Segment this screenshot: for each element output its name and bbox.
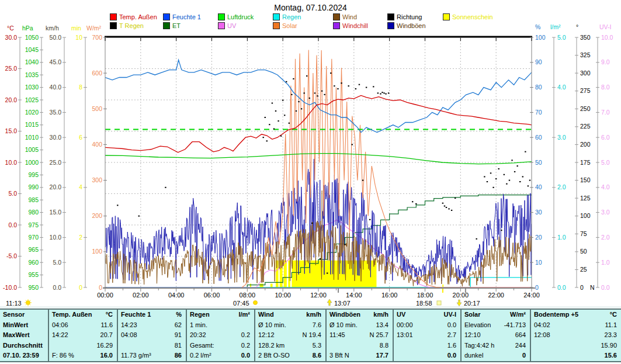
cell-value: 2.7: [447, 330, 460, 341]
series-richtung: [117, 72, 530, 273]
column-unit: W/m²: [510, 310, 530, 320]
svg-text:960: 960: [28, 259, 39, 266]
svg-text:10.0: 10.0: [601, 34, 613, 41]
marker-20-17: 20:17: [457, 300, 480, 307]
grid-lines: [105, 37, 532, 287]
svg-text:75: 75: [580, 230, 587, 237]
svg-text:min: min: [71, 25, 81, 32]
svg-text:07:45: 07:45: [233, 300, 249, 307]
svg-text:°: °: [576, 23, 578, 30]
svg-text:100: 100: [535, 34, 546, 41]
column-name: Wind: [255, 310, 274, 320]
svg-text:35.0: 35.0: [50, 109, 62, 116]
svg-text:06:00: 06:00: [204, 292, 220, 299]
svg-text:100: 100: [580, 212, 591, 219]
svg-text:400: 400: [92, 141, 102, 148]
svg-text:-10.0: -10.0: [3, 284, 17, 291]
marker-18-58: 18:58: [416, 300, 441, 307]
svg-text:12:00: 12:00: [310, 292, 327, 299]
svg-text:1015: 1015: [25, 121, 39, 128]
column-unit: %: [176, 310, 186, 320]
row-header: MaxWert: [0, 330, 30, 341]
cell-value: 13.4: [376, 320, 393, 331]
cell-label: 14:23: [118, 320, 137, 331]
cell-label: [327, 341, 329, 351]
svg-text:km/h: km/h: [46, 25, 59, 32]
svg-text:10: 10: [535, 259, 542, 266]
svg-text:0.0: 0.0: [601, 284, 610, 291]
svg-text:200: 200: [580, 141, 591, 148]
time-markers: 11:1307:4513:0718:5820:17: [6, 299, 480, 307]
cell-value: 16.0: [100, 351, 117, 361]
table-col-feuchte-1: Feuchte 1%14:236204:08918111.73 g/m³86: [117, 310, 186, 361]
cell-label: 11:45: [327, 330, 345, 341]
svg-text:500: 500: [92, 105, 102, 112]
cell-label: F: 86 %: [49, 351, 74, 361]
svg-text:20.0: 20.0: [50, 183, 62, 190]
cell-label: [118, 341, 121, 351]
axis-temp: -10.0-5.00.05.010.015.020.025.030.0°C: [3, 25, 22, 291]
svg-text:W/m²: W/m²: [86, 25, 102, 32]
svg-text:08:00: 08:00: [240, 292, 256, 299]
column-unit: UV-I: [444, 310, 460, 320]
cell-label: 04:02: [531, 320, 550, 331]
table-col-windb-en: Windböenkm/hØ 10 min.13.411:45N 25.78.83…: [325, 310, 393, 361]
cell-value: 5.3: [313, 341, 325, 351]
svg-text:1010: 1010: [25, 134, 39, 141]
svg-text:325: 325: [580, 51, 591, 58]
axis-deg: 0N25507510012515017520022525027530032535…: [575, 23, 595, 291]
cell-label: Gesamt:: [187, 341, 214, 351]
svg-text:10.0: 10.0: [50, 234, 62, 241]
svg-text:2.0: 2.0: [557, 183, 566, 190]
axis-kmh: 0.05.010.015.020.025.030.035.040.045.050…: [46, 25, 66, 291]
svg-text:UV-I: UV-I: [599, 23, 611, 30]
svg-text:1030: 1030: [25, 84, 39, 91]
svg-text:14:00: 14:00: [346, 292, 362, 299]
svg-text:4: 4: [79, 183, 82, 190]
svg-text:00:00: 00:00: [97, 292, 113, 299]
svg-text:0: 0: [535, 284, 539, 291]
svg-text:45.0: 45.0: [50, 58, 62, 65]
cell-value: 11.1: [605, 320, 621, 331]
svg-text:8.0: 8.0: [601, 84, 610, 91]
svg-text:950: 950: [28, 284, 39, 291]
marker-11-13: 11:13: [6, 299, 32, 307]
cell-value: 0: [522, 351, 530, 361]
column-name: Feuchte 1: [118, 310, 151, 320]
sensor-summary-table: SensorMinWertMaxWertDurchschnitt07.10. 2…: [0, 308, 621, 362]
svg-text:16:00: 16:00: [381, 292, 398, 299]
svg-text:985: 985: [28, 196, 39, 203]
svg-text:5.0: 5.0: [557, 34, 566, 41]
svg-text:%: %: [535, 23, 540, 30]
cell-label: 2 Bft O-SO: [255, 351, 290, 361]
cell-label: Elevation: [462, 320, 491, 331]
svg-text:1040: 1040: [25, 58, 39, 65]
svg-text:970: 970: [28, 234, 39, 241]
svg-text:l/m²: l/m²: [550, 23, 561, 30]
svg-text:0: 0: [99, 284, 102, 291]
svg-text:20:00: 20:00: [453, 292, 469, 299]
svg-text:10: 10: [75, 34, 82, 41]
marker-13-07: 13:07: [327, 299, 351, 307]
svg-text:600: 600: [92, 70, 102, 77]
svg-text:18:00: 18:00: [417, 292, 433, 299]
svg-text:3.0: 3.0: [601, 209, 610, 216]
cell-label: 20:32: [187, 330, 206, 341]
svg-text:80: 80: [535, 84, 542, 91]
arrow-down-icon: [457, 300, 462, 306]
svg-text:13:07: 13:07: [334, 300, 351, 307]
column-name: UV: [394, 310, 405, 320]
svg-text:11:13: 11:13: [6, 300, 22, 307]
cell-value: 8.8: [380, 341, 393, 351]
column-unit: °C: [610, 310, 621, 320]
cell-value: [250, 320, 254, 331]
cell-label: [531, 341, 534, 351]
row-header: 07.10. 23:59: [0, 351, 39, 361]
cell-value: 0.2: [241, 341, 254, 351]
svg-text:90: 90: [535, 58, 542, 65]
svg-text:4.0: 4.0: [557, 84, 566, 91]
svg-text:1050: 1050: [25, 34, 39, 41]
cell-value: 17.7: [376, 351, 393, 361]
svg-text:18:58: 18:58: [416, 300, 432, 307]
column-unit: km/h: [373, 310, 393, 320]
